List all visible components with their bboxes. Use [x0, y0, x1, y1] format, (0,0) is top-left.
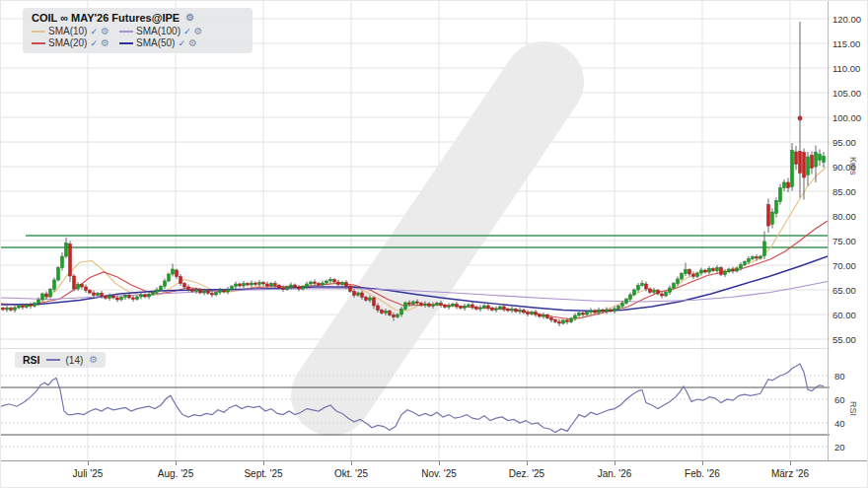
candle-body: [633, 290, 636, 295]
candle-body: [168, 274, 171, 281]
candle-body: [18, 306, 21, 308]
candle-body: [570, 318, 573, 322]
candle-body: [495, 309, 498, 311]
candle-body: [692, 274, 695, 277]
candle-body: [400, 310, 403, 315]
event-marker-dot: [798, 116, 803, 121]
candle-body: [365, 298, 368, 301]
check-icon[interactable]: ✓: [90, 27, 98, 36]
indicator-label: SMA(50): [136, 37, 175, 48]
candle-body: [282, 288, 285, 290]
candle-body: [353, 292, 356, 296]
candle-body: [811, 156, 814, 169]
candle-body: [815, 153, 818, 168]
candle-body: [546, 315, 549, 318]
candle-body: [420, 304, 423, 306]
candle-body: [298, 288, 301, 290]
candle-body: [617, 307, 620, 310]
indicator-list: SMA(10)✓⚙SMA(100)✓⚙SMA(20)✓⚙SMA(50)✓⚙: [32, 26, 244, 48]
candle-body: [144, 295, 147, 297]
candle-body: [491, 309, 494, 311]
candle-body: [349, 287, 352, 292]
gear-icon[interactable]: ⚙: [188, 38, 197, 48]
candle-body: [22, 306, 25, 308]
check-icon[interactable]: ✓: [183, 27, 191, 36]
rsi-label: RSI: [23, 354, 40, 366]
candle-body: [456, 305, 459, 308]
plot-right-border: [828, 1, 829, 460]
candle-body: [258, 283, 261, 285]
gear-icon[interactable]: ⚙: [101, 27, 109, 36]
candle-body: [716, 268, 719, 271]
candle-body: [712, 269, 715, 271]
time-tick-label: Jan. '26: [598, 468, 632, 479]
candle-body: [290, 285, 293, 287]
check-icon[interactable]: ✓: [178, 38, 185, 48]
candle-body: [274, 284, 277, 286]
candle-body: [783, 182, 786, 188]
candle-body: [2, 309, 5, 311]
price-tick-label: 65.00: [832, 285, 856, 296]
candle-body: [37, 300, 40, 304]
indicator-label: SMA(100): [136, 26, 181, 36]
candle-body: [254, 283, 257, 285]
candle-body: [566, 320, 569, 322]
candle-body: [483, 306, 486, 308]
time-tick-label: Juli '25: [73, 468, 104, 479]
indicator-swatch: [32, 42, 45, 44]
candle-body: [823, 157, 826, 163]
candle-body: [247, 284, 250, 286]
candle-body: [645, 284, 648, 289]
candle-body: [562, 320, 565, 323]
candle-body: [507, 310, 510, 312]
candle-body: [779, 188, 782, 202]
rsi-chart-svg[interactable]: [1, 348, 830, 460]
candle-body: [172, 269, 175, 274]
price-tick-label: 115.00: [832, 38, 860, 49]
rsi-tick-label: 60: [834, 394, 845, 405]
candle-body: [700, 270, 703, 273]
candle-body: [763, 242, 766, 256]
candle-body: [539, 314, 542, 316]
gear-icon[interactable]: ⚙: [185, 13, 194, 23]
gear-icon[interactable]: ⚙: [194, 27, 203, 36]
time-tick: [351, 461, 352, 465]
rsi-line[interactable]: [1, 364, 824, 433]
candle-body: [136, 297, 139, 300]
candle-body: [408, 303, 411, 305]
candle-body: [294, 285, 297, 288]
candle-body: [740, 265, 743, 269]
candle-body: [227, 290, 230, 293]
gear-icon[interactable]: ⚙: [89, 355, 98, 365]
time-tick-label: Nov. '25: [421, 468, 457, 479]
candle-body: [621, 304, 624, 307]
candle-body: [499, 307, 502, 309]
indicator-swatch: [119, 42, 133, 44]
candle-body: [760, 256, 762, 258]
candle-body: [748, 259, 751, 262]
price-tick-label: 70.00: [832, 260, 856, 271]
candle-body: [156, 290, 159, 293]
price-tick-label: 120.00: [832, 14, 861, 25]
candle-body: [183, 284, 186, 288]
candle-body: [223, 291, 226, 293]
rsi-tick-label: 40: [834, 418, 845, 429]
candle-body: [377, 306, 380, 311]
candle-body: [235, 284, 238, 287]
candle-body: [53, 280, 56, 290]
candle-body: [416, 302, 419, 304]
gear-icon[interactable]: ⚙: [101, 38, 109, 48]
chart-legend: COIL ∞ MAY'26 Futures@IPE ⚙ SMA(10)✓⚙SMA…: [23, 8, 253, 53]
candle-body: [578, 314, 581, 316]
rsi-tick-label: 80: [834, 371, 845, 382]
candle-body: [803, 153, 806, 178]
candle-body: [112, 296, 115, 298]
candle-body: [132, 298, 135, 300]
candle-body: [314, 282, 317, 284]
candle-body: [73, 276, 76, 289]
candle-body: [527, 313, 530, 314]
price-tick-label: 110.00: [832, 63, 860, 74]
candle-body: [523, 311, 526, 314]
candle-body: [610, 310, 613, 312]
check-icon[interactable]: ✓: [90, 38, 98, 48]
